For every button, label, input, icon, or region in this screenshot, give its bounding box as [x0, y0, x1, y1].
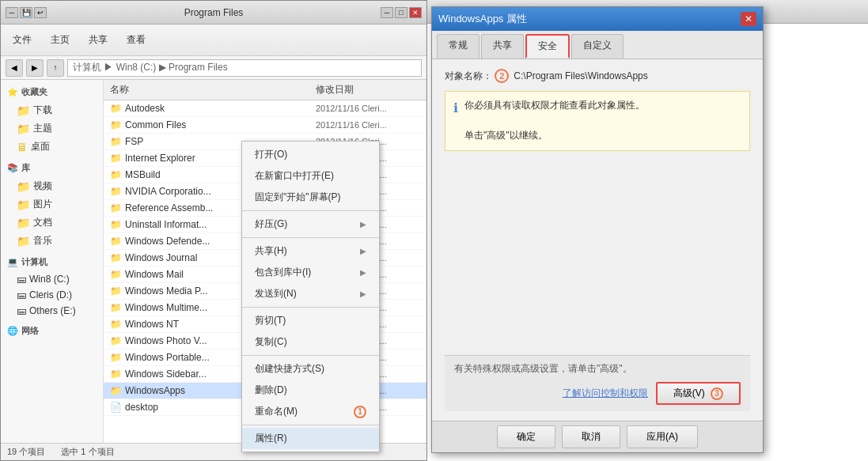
ctx-open-new-window[interactable]: 在新窗口中打开(E) [242, 165, 379, 187]
sidebar-item-e[interactable]: 🖴 Others (E:) [1, 303, 103, 319]
drive-icon: 🖴 [17, 289, 26, 300]
badge-2: 2 [495, 69, 509, 83]
sidebar: ⭐ 收藏夹 📁 下载 📁 主题 🖥 桌面 📚 [1, 80, 104, 443]
favorites-section: ⭐ 收藏夹 📁 下载 📁 主题 🖥 桌面 [1, 83, 103, 156]
sidebar-item-c[interactable]: 🖴 Win8 (C:) [1, 271, 103, 287]
back-btn[interactable]: ◀ [6, 59, 23, 77]
ctx-delete[interactable]: 删除(D) [242, 380, 379, 401]
win-minimize-btn[interactable]: ─ [381, 7, 393, 18]
dialog-path-row: 对象名称： 2 C:\Program Files\WindowsApps [445, 69, 750, 83]
item-count: 19 个项目 [7, 446, 45, 458]
win-maximize-btn[interactable]: □ [395, 7, 407, 18]
path-value: C:\Program Files\WindowsApps [514, 70, 647, 81]
computer-header: 💻 计算机 [1, 253, 103, 271]
library-icon: 📚 [7, 163, 18, 173]
ctx-sep2 [242, 237, 379, 238]
dialog-body: 对象名称： 2 C:\Program Files\WindowsApps ℹ 你… [432, 59, 763, 421]
ctx-send-to[interactable]: 发送到(N)▶ [242, 283, 379, 304]
explorer-title: Program Files [184, 7, 244, 18]
list-item[interactable]: 📁 Common Files 2012/11/16 Cleri... [104, 117, 426, 134]
tab-general[interactable]: 常规 [437, 34, 479, 59]
network-header: 🌐 网络 [1, 322, 103, 340]
badge-1: 1 [354, 406, 366, 418]
sidebar-item-docs[interactable]: 📁 文档 [1, 213, 103, 232]
tab-security[interactable]: 安全 [525, 34, 570, 59]
list-item[interactable]: 📁 Autodesk 2012/11/16 Cleri... [104, 100, 426, 117]
dialog-titlebar: WindowsApps 属性 ✕ [432, 7, 763, 31]
apply-btn[interactable]: 应用(A) [627, 425, 698, 448]
sidebar-item-music[interactable]: 📁 音乐 [1, 232, 103, 250]
properties-dialog: WindowsApps 属性 ✕ 常规 共享 安全 自定义 对象名称： 2 C:… [431, 6, 764, 453]
folder-icon: 📁 [17, 123, 30, 135]
access-control-link[interactable]: 了解访问控制和权限 [563, 387, 648, 400]
ctx-properties[interactable]: 属性(R) [242, 428, 379, 449]
badge-3: 3 [711, 387, 723, 400]
folder-icon: 📁 [17, 217, 30, 229]
file-menu-btn[interactable]: 文件 [4, 29, 40, 51]
dialog-info-box: ℹ 你必须具有读取权限才能查看此对象属性。 单击"高级"以继续。 [445, 91, 750, 151]
title-bar: ─ 💾 ↩ Program Files ─ □ ✕ [1, 1, 426, 25]
cancel-btn[interactable]: 取消 [562, 425, 620, 448]
ctx-sep3 [242, 307, 379, 308]
library-header: 📚 库 [1, 159, 103, 177]
ctx-sep5 [242, 425, 379, 425]
sidebar-item-desktop[interactable]: 🖥 桌面 [1, 138, 103, 156]
win-close-btn[interactable]: ✕ [409, 7, 422, 18]
path-label: 对象名称： 2 [445, 69, 509, 83]
home-menu-btn[interactable]: 主页 [42, 29, 78, 51]
drive-icon: 🖴 [17, 274, 26, 285]
ctx-cut[interactable]: 剪切(T) [242, 310, 379, 331]
advanced-btn[interactable]: 高级(V) 3 [656, 382, 741, 405]
ctx-sep1 [242, 210, 379, 211]
selected-count: 选中 1 个项目 [61, 446, 114, 458]
library-section: 📚 库 📁 视频 📁 图片 📁 文档 📁 音乐 [1, 159, 103, 250]
ctx-pin-start[interactable]: 固定到"开始"屏幕(P) [242, 187, 379, 208]
folder-icon: 📁 [17, 104, 30, 117]
ctx-include-library[interactable]: 包含到库中(I)▶ [242, 262, 379, 283]
ok-btn[interactable]: 确定 [497, 425, 555, 448]
minimize-icon[interactable]: ─ [6, 7, 18, 18]
file-list-header: 名称 修改日期 [104, 80, 426, 100]
info-icon: ℹ [453, 98, 458, 119]
undo-icon[interactable]: ↩ [34, 7, 47, 18]
forward-btn[interactable]: ▶ [26, 59, 44, 77]
sidebar-item-download[interactable]: 📁 下载 [1, 101, 103, 119]
tab-share[interactable]: 共享 [481, 34, 524, 59]
ctx-create-shortcut[interactable]: 创建快捷方式(S) [242, 358, 379, 380]
favorites-header: ⭐ 收藏夹 [1, 83, 103, 101]
folder-icon: 📁 [17, 235, 30, 248]
dialog-buttons: 确定 取消 应用(A) [432, 421, 763, 452]
computer-section: 💻 计算机 🖴 Win8 (C:) 🖴 Cleris (D:) 🖴 Others… [1, 253, 103, 319]
dialog-footer: 有关特殊权限或高级设置，请单击"高级"。 了解访问控制和权限 高级(V) 3 [445, 355, 750, 411]
network-section: 🌐 网络 [1, 322, 103, 340]
ctx-copy[interactable]: 复制(C) [242, 331, 379, 353]
col-name: 名称 [104, 83, 316, 96]
address-path[interactable]: 计算机 ▶ Win8 (C:) ▶ Program Files [67, 59, 422, 77]
sidebar-item-video[interactable]: 📁 视频 [1, 177, 103, 195]
ctx-rename[interactable]: 重命名(M) 1 [242, 401, 379, 422]
tab-custom[interactable]: 自定义 [571, 34, 624, 59]
view-menu-btn[interactable]: 查看 [118, 29, 154, 51]
sidebar-item-theme[interactable]: 📁 主题 [1, 119, 103, 138]
star-icon: ⭐ [7, 87, 18, 97]
footer-text: 有关特殊权限或高级设置，请单击"高级"。 [454, 362, 741, 376]
computer-icon: 💻 [7, 257, 18, 267]
dialog-close-btn[interactable]: ✕ [741, 12, 756, 26]
context-menu: 打开(O) 在新窗口中打开(E) 固定到"开始"屏幕(P) 好压(G)▶ 共享(… [241, 141, 380, 452]
save-icon[interactable]: 💾 [20, 7, 32, 18]
up-btn[interactable]: ↑ [47, 59, 64, 77]
title-icons: ─ 💾 ↩ [6, 7, 47, 18]
folder-icon: 📁 [17, 198, 30, 211]
info-text: 你必须具有读取权限才能查看此对象属性。 单击"高级"以继续。 [464, 98, 645, 144]
toolbar: 文件 主页 共享 查看 [1, 25, 426, 56]
sidebar-item-d[interactable]: 🖴 Cleris (D:) [1, 287, 103, 303]
ctx-open[interactable]: 打开(O) [242, 144, 379, 165]
path-text: 计算机 ▶ Win8 (C:) ▶ Program Files [73, 61, 228, 74]
drive-icon: 🖴 [17, 305, 26, 316]
ctx-share[interactable]: 共享(H)▶ [242, 240, 379, 262]
dialog-title: WindowsApps 属性 [438, 12, 527, 26]
ctx-hooya[interactable]: 好压(G)▶ [242, 213, 379, 235]
sidebar-item-picture[interactable]: 📁 图片 [1, 195, 103, 213]
share-menu-btn[interactable]: 共享 [80, 29, 116, 51]
address-bar: ◀ ▶ ↑ 计算机 ▶ Win8 (C:) ▶ Program Files [1, 56, 426, 80]
